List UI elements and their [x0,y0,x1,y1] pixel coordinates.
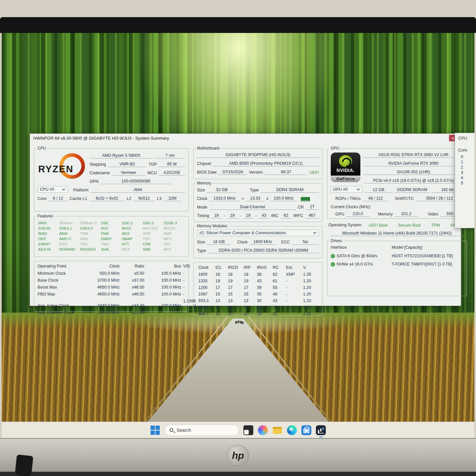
features-group-label: Features [36,214,54,218]
os-flag: UEFI Boot [369,223,388,228]
file-explorer-icon[interactable] [272,425,282,435]
gpu-mem-clock-label: Memory [378,212,393,217]
bios-version: 69.37 [265,170,307,175]
feature-flag: TSX [143,237,163,241]
timing-col-header: V [302,265,319,270]
operating-point-rows: Minimum Clock550.0 MHzx5.50100.0 MHz-Bas… [38,271,185,315]
search-icon [170,428,173,432]
feature-flag: SHA [101,247,122,251]
feature-flag: SSE4.2 [80,226,101,230]
feature-flag: MPX [164,237,184,241]
feature-flag: SSE4.1 [59,226,80,230]
windows-start-button[interactable] [150,425,160,435]
feature-flag: AVX-512 [143,226,163,230]
feature-flag: APX [164,247,184,251]
memory-clock: 1333.0 MHz [209,196,239,201]
ram-stick-icon [301,197,310,201]
window-title: HWiNFO® 64 v8.30-5800 @ GIGABYTE HO-WJU3… [33,136,169,141]
feature-flag: ABM [59,232,80,236]
gpu-vram-type: GDDR6 SDRAM [395,187,430,193]
drive-rows: ✓SATA 6 Gb/s @ 6Gb/sHGST HTS721010A9E630… [331,254,463,266]
module-size: 16 GB [207,239,231,245]
hwinfo-side-panel: CPU Core 012345 [455,133,474,228]
feature-flag: SME [143,247,163,251]
copilot-icon[interactable] [258,425,268,435]
hwinfo-app-icon[interactable] [316,425,326,435]
op-row: Avg. Effective Clock1003.0 MHzx10.03-- [38,310,185,315]
feature-flag: SMX [80,237,101,241]
core-label: Core [38,196,46,201]
feature-flag: MMX [38,221,59,225]
microsoft-store-icon[interactable] [301,425,311,435]
feature-flag: AES-NI [38,247,59,251]
trc-label: tRC [271,213,278,218]
drive-interface: ✓NVMe x4 16.0 GT/s [331,262,392,266]
side-core-row: 2 [458,165,474,170]
module-type: DDR4-3200 / PC4-25600 DDR4 SDRAM UDIMM [208,248,319,253]
gpu-vram: 12 GB [364,187,393,193]
cpu-tdp: 65 W [159,162,185,167]
feature-flag: TM2 [101,242,122,246]
feature-flag: TM1 [80,242,101,246]
op-row: Boost Max4650.0 MHzx46.50100.0 MHz- [38,285,185,290]
check-icon: ✓ [331,254,335,258]
operating-point-header: Operating Point ClockRatioBusVID [38,264,185,268]
stepping-label: Stepping [90,162,106,167]
task-view-button[interactable] [243,425,253,435]
gpu-card-name: ASUS ROG STRIX RTX 3060 V2 LHR [364,153,463,158]
timing-col-header: Clock [197,265,214,270]
feature-flag: BMI2 [38,232,59,236]
feature-flag: SST [164,242,184,246]
cpu-process: 7 nm [155,153,185,158]
timing-row: 16001618183862XMP1.35 [197,272,319,277]
cpu-selector-dropdown[interactable]: CPU #0 [38,186,68,193]
side-core-row: 0 [458,154,474,159]
rops-label: ROPs / TMUs [335,196,361,201]
feature-flag: RDSEED [80,247,101,251]
window-titlebar[interactable]: HWiNFO® 64 v8.30-5800 @ GIGABYTE HO-WJU3… [30,134,461,142]
feature-flag: CPB [143,242,163,246]
side-core-row: 3 [458,170,474,175]
side-core-row: 5 [458,181,474,185]
gpu-clock-label: GPU [335,212,344,217]
module-size-label: Size [197,240,205,245]
gpu-video-clock-label: Video [428,212,438,217]
sh-rt-tc-label: SH/RT/TC [395,196,414,201]
timings-table-rows: 16001618183862XMP1.3513331919194361-1.20… [197,272,319,316]
side-core-row: 1 [458,160,474,164]
op-row: Base Clock3700.0 MHzx37.00100.0 MHz- [38,278,185,283]
feature-flag: AVX2 [122,226,143,230]
memory-type-label: Type [250,188,259,193]
drives-group: Drives Interface Model [Capacity] ✓SATA … [327,241,467,296]
cpu-group-label: CPU [36,146,47,151]
nvidia-eye-icon [339,155,352,167]
os-flag: TPM [431,223,440,228]
taskbar-search[interactable]: Search [165,425,239,436]
drive-interface: ✓SATA 6 Gb/s @ 6Gb/s [331,254,392,258]
feature-flag: 3DNow! [59,221,80,225]
edge-browser-icon[interactable] [287,425,297,435]
desk-edge [0,472,476,476]
gpu-selector-dropdown[interactable]: GPU #0 [331,186,362,193]
gpu-rops: 48 / 112 [363,196,388,201]
cache-l1-label: Cache L1 [70,196,87,201]
feature-flag: RDRAND [59,247,80,251]
op-row: Minimum Clock550.0 MHzx5.50100.0 MHz- [38,271,185,276]
monitor-bottom-bezel: hp [0,438,476,472]
op-col-header: Bus [146,264,183,268]
chevron-down-icon [62,187,66,190]
feature-flag: TBM [80,232,101,236]
taskbar: Search [2,422,474,438]
timing-trcd: 19 [227,213,238,218]
gpu-pcie: PCIe v4.0 x16 (16.0 GT/s) @ x16 (2.5 GT/… [364,178,463,183]
cpu-name: AMD Ryzen 5 5600X [90,153,153,158]
memory-timings-group: ClocktCLtRCDtRPtRASRCExt.V 1600161818386… [193,262,322,316]
memory-size-label: Size [197,188,205,193]
chipset-label: Chipset [197,161,211,166]
drive-row: ✓NVMe x4 16.0 GT/sT-FORCE TM8FFQ001T [1.… [331,262,463,266]
feature-flag: SSE-2 [122,221,143,225]
current-clocks-label: Current Clocks (MHz) [331,205,370,210]
memory-module-dropdown[interactable]: #2: Silicon Power Computer & Communicati… [197,230,319,236]
wallpaper-people-silhouettes [238,321,239,323]
feature-flag: SSE [101,221,122,225]
